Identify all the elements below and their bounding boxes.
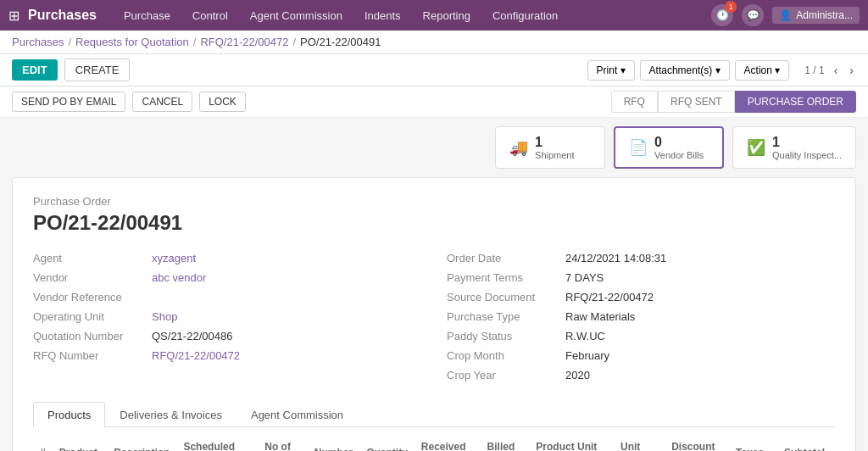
right-field-value-0: 24/12/2021 14:08:31	[565, 252, 666, 264]
stat-card-0[interactable]: 🚚 1 Shipment	[495, 126, 605, 169]
action-bar: EDIT CREATE Print ▾ Attachment(s) ▾ Acti…	[0, 54, 868, 86]
right-field-row-5: Crop Month February	[447, 346, 835, 365]
right-field-value-6: 2020	[565, 369, 590, 381]
stat-count-2: 1	[772, 135, 842, 150]
breadcrumb-sep1: /	[68, 36, 71, 48]
left-field-row-2: Vendor Reference	[33, 287, 421, 307]
tab-2[interactable]: Agent Commission	[236, 402, 358, 427]
stat-label-0: Shipment	[535, 150, 574, 160]
top-navigation: ⊞ Purchases Purchase Control Agent Commi…	[0, 0, 868, 31]
nav-menu: Purchase Control Agent Commission Indent…	[114, 4, 711, 27]
main-content: 🚚 1 Shipment 📄 0 Vendor Bills ✅ 1 Qualit…	[0, 118, 868, 451]
nav-agent-commission[interactable]: Agent Commission	[240, 4, 353, 27]
breadcrumb-sep3: /	[292, 36, 296, 48]
right-field-row-2: Source Document RFQ/21-22/00472	[447, 287, 835, 307]
nav-purchase[interactable]: Purchase	[114, 4, 181, 27]
status-pill-0[interactable]: RFQ	[611, 91, 658, 113]
col-header-13: Subtotal	[777, 436, 835, 451]
tabs: ProductsDeliveries & InvoicesAgent Commi…	[33, 402, 835, 427]
right-fields: Order Date 24/12/2021 14:08:31 Payment T…	[447, 248, 835, 385]
nav-reporting[interactable]: Reporting	[413, 4, 481, 27]
app-grid-icon[interactable]: ⊞	[8, 8, 19, 24]
left-field-row-1: Vendor abc vendor	[33, 268, 421, 287]
document: Purchase Order PO/21-22/00491 Agent xyza…	[12, 177, 856, 451]
left-field-value-1[interactable]: abc vendor	[152, 271, 206, 284]
stat-card-1[interactable]: 📄 0 Vendor Bills	[614, 126, 724, 169]
nav-right: 🕐 1 💬 👤 Administra...	[711, 4, 860, 26]
user-avatar-icon: 👤	[779, 9, 792, 21]
sub-action-bar: SEND PO BY EMAIL CANCEL LOCK RFQRFQ SENT…	[0, 86, 868, 118]
pager-next[interactable]: ›	[847, 64, 856, 77]
col-header-0: #	[33, 436, 53, 451]
user-label: Administra...	[796, 9, 853, 21]
stat-count-0: 1	[535, 135, 574, 150]
send-po-button[interactable]: SEND PO BY EMAIL	[12, 92, 125, 112]
col-header-10: Unit Price	[614, 436, 665, 451]
stat-label-2: Quality Inspect...	[772, 150, 842, 160]
pager: 1 / 1	[804, 64, 824, 76]
right-field-label-3: Purchase Type	[447, 310, 565, 323]
breadcrumb-level1[interactable]: Requests for Quotation	[75, 36, 189, 48]
right-field-label-5: Crop Month	[447, 349, 565, 362]
col-header-1: Product	[53, 436, 108, 451]
status-pill-1[interactable]: RFQ SENT	[658, 91, 735, 113]
status-pills: RFQRFQ SENTPURCHASE ORDER	[611, 91, 856, 113]
stat-count-1: 0	[654, 135, 704, 150]
breadcrumb: Purchases / Requests for Quotation / RFQ…	[0, 31, 868, 54]
print-group: Print ▾ Attachment(s) ▾ Action ▾	[587, 60, 790, 81]
edit-button[interactable]: EDIT	[12, 59, 58, 81]
right-field-label-6: Crop Year	[447, 369, 565, 381]
left-field-value-5[interactable]: RFQ/21-22/00472	[152, 349, 240, 362]
left-field-label-4: Quotation Number	[33, 330, 152, 342]
cancel-button[interactable]: CANCEL	[132, 92, 192, 112]
left-field-label-1: Vendor	[33, 271, 152, 284]
stat-icon-1: 📄	[629, 138, 648, 157]
left-field-row-5: RFQ Number RFQ/21-22/00472	[33, 346, 421, 365]
action-button[interactable]: Action ▾	[735, 60, 790, 81]
left-field-label-5: RFQ Number	[33, 349, 152, 362]
user-menu[interactable]: 👤 Administra...	[772, 7, 860, 24]
notification-icon[interactable]: 🕐 1	[711, 4, 733, 26]
chat-icon[interactable]: 💬	[742, 4, 764, 26]
create-button[interactable]: CREATE	[64, 58, 131, 81]
right-field-label-1: Payment Terms	[447, 271, 565, 284]
tab-1[interactable]: Deliveries & Invoices	[105, 402, 236, 427]
stat-icon-0: 🚚	[509, 138, 528, 157]
col-header-7: Received Qty	[415, 436, 481, 451]
right-field-value-1: 7 DAYS	[565, 271, 604, 284]
right-field-label-2: Source Document	[447, 291, 565, 303]
stat-card-2[interactable]: ✅ 1 Quality Inspect...	[732, 126, 856, 169]
left-field-value-3[interactable]: Shop	[152, 310, 177, 323]
col-header-11: Discount (%)	[665, 436, 729, 451]
right-field-value-2: RFQ/21-22/00472	[565, 291, 654, 303]
nav-indents[interactable]: Indents	[354, 4, 411, 27]
left-field-row-4: Quotation Number QS/21-22/00486	[33, 326, 421, 346]
breadcrumb-level2[interactable]: RFQ/21-22/00472	[200, 36, 288, 48]
right-field-label-0: Order Date	[447, 252, 565, 264]
nav-configuration[interactable]: Configuration	[482, 4, 568, 27]
pager-prev[interactable]: ‹	[832, 64, 841, 77]
nav-control[interactable]: Control	[182, 4, 238, 27]
left-field-value-4: QS/21-22/00486	[152, 330, 232, 342]
products-table: #ProductDescriptionScheduled DateNo of B…	[33, 436, 835, 451]
tab-0[interactable]: Products	[33, 402, 105, 427]
left-fields: Agent xyzagent Vendor abc vendor Vendor …	[33, 248, 421, 385]
breadcrumb-sep2: /	[193, 36, 197, 48]
col-header-2: Description	[107, 436, 176, 451]
right-field-label-4: Paddy Status	[447, 330, 565, 342]
stat-info-2: 1 Quality Inspect...	[772, 135, 842, 160]
breadcrumb-home[interactable]: Purchases	[12, 36, 64, 48]
print-button[interactable]: Print ▾	[587, 60, 635, 81]
left-field-row-3: Operating Unit Shop	[33, 307, 421, 326]
lock-button[interactable]: LOCK	[199, 92, 246, 112]
attachment-button[interactable]: Attachment(s) ▾	[640, 60, 730, 81]
stat-icon-2: ✅	[747, 138, 765, 157]
col-header-4: No of Bags	[258, 436, 308, 451]
app-title: Purchases	[28, 8, 97, 23]
col-header-6: Quantity	[359, 436, 415, 451]
stats-row: 🚚 1 Shipment 📄 0 Vendor Bills ✅ 1 Qualit…	[12, 126, 856, 169]
right-field-value-5: February	[565, 349, 609, 362]
status-pill-2[interactable]: PURCHASE ORDER	[735, 91, 856, 113]
right-field-value-4: R.W.UC	[565, 330, 605, 342]
left-field-value-0[interactable]: xyzagent	[152, 252, 196, 264]
